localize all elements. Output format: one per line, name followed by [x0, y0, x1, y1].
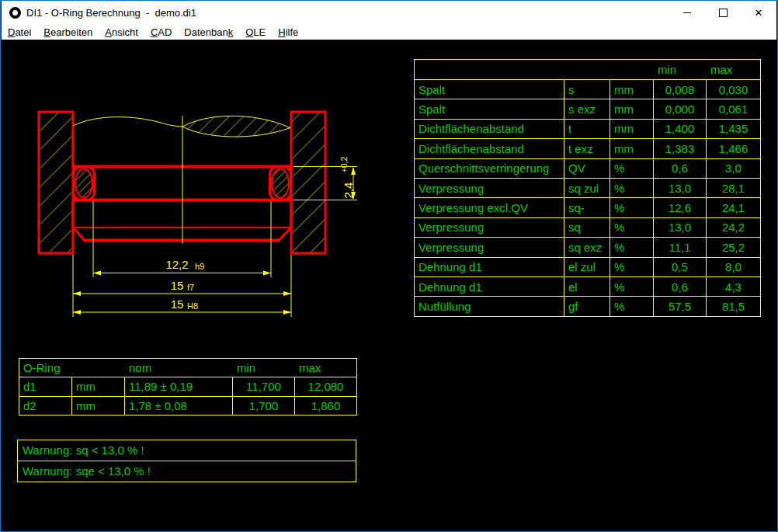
svg-text:12,2: 12,2 — [165, 258, 188, 271]
close-icon: ✕ — [755, 8, 763, 18]
app-window: DI1 - O-Ring Berechnung - demo.di1 ✕ Dat… — [0, 0, 778, 532]
table-row: Spaltsmm0,0080,030 — [415, 79, 760, 99]
svg-text:15: 15 — [171, 297, 184, 311]
oring-header-nom: nom — [125, 359, 233, 377]
table-row: Verpressungsq zul%13,028,1 — [415, 178, 760, 197]
table-row: Dichtflächenabstandt exzmm1,3831,466 — [415, 138, 760, 158]
oring-top-section — [182, 116, 290, 137]
close-button[interactable]: ✕ — [741, 1, 776, 24]
svg-text:+0,2: +0,2 — [339, 156, 349, 172]
table-row: Dehnung d1el zul%0,58,0 — [415, 257, 760, 276]
dimension-bore-dia: 15 H8 — [73, 297, 291, 315]
oring-top-curve — [73, 117, 182, 127]
oring-header-min: min — [233, 359, 295, 377]
maximize-button[interactable] — [705, 1, 741, 24]
menu-item-bearbeiten[interactable]: Bearbeiten — [37, 26, 99, 39]
minimize-button[interactable] — [669, 1, 705, 24]
table-row: Verpressung excl.QVsq-%12,624,1 — [415, 197, 760, 217]
client-area: 2,4 +0,2 12,2 h9 15 f7 — [2, 40, 776, 530]
oring-header-title: O-Ring — [19, 359, 125, 377]
menu-bar: Datei Bearbeiten Ansicht CAD Datenbank O… — [2, 24, 776, 40]
svg-text:f7: f7 — [187, 283, 194, 292]
warning-message-sqe: Warnung: sqe < 13,0 % ! — [18, 461, 356, 482]
svg-text:h9: h9 — [195, 262, 204, 271]
bore-wall-right — [291, 112, 325, 253]
minimize-icon — [683, 12, 691, 13]
results-header-row: min max — [415, 60, 760, 79]
table-row: Dehnung d1el%0,64,3 — [415, 276, 760, 296]
oring-header-max: max — [295, 359, 356, 377]
menu-item-datenbank[interactable]: Datenbank — [178, 26, 239, 39]
svg-text:2,4: 2,4 — [342, 183, 355, 199]
table-row: Verpressungsq%13,024,2 — [415, 217, 760, 237]
table-row: d1mm11,89 ± 0,1911,70012,080 — [19, 377, 356, 396]
table-row: Nutfüllunggf%57,581,5 — [415, 296, 760, 315]
warning-box: Warnung: sq < 13,0 % ! Warnung: sqe < 13… — [17, 440, 356, 482]
svg-text:15: 15 — [171, 279, 184, 292]
results-header-max: max — [707, 60, 760, 79]
table-row: Spalts exzmm0,0000,061 — [415, 99, 760, 118]
oring-table: O-Ring nom min max d1mm11,89 ± 0,1911,70… — [19, 358, 357, 416]
bore-wall-left — [39, 112, 73, 253]
title-bar: DI1 - O-Ring Berechnung - demo.di1 ✕ — [2, 1, 776, 24]
menu-item-ole[interactable]: OLE — [239, 26, 272, 39]
window-title: DI1 - O-Ring Berechnung - demo.di1 — [26, 7, 196, 19]
oring-section-left — [75, 169, 92, 198]
menu-item-ansicht[interactable]: Ansicht — [99, 26, 144, 39]
results-header-min: min — [654, 60, 707, 79]
dimension-shaft-dia: 15 f7 — [73, 279, 291, 296]
table-row: Verpressungsq exz%11,125,2 — [415, 237, 760, 256]
warning-message-sq: Warnung: sq < 13,0 % ! — [18, 440, 356, 461]
window-controls: ✕ — [669, 1, 776, 24]
menu-item-datei[interactable]: Datei — [2, 26, 37, 39]
table-row: QuerschnittsverringerungQV%0,63,0 — [415, 158, 760, 178]
svg-text:H8: H8 — [187, 301, 198, 311]
menu-item-cad[interactable]: CAD — [144, 26, 178, 39]
table-row: Dichtflächenabstandtmm1,4001,435 — [415, 119, 760, 138]
menu-item-hilfe[interactable]: Hilfe — [272, 26, 304, 39]
maximize-icon — [719, 9, 728, 17]
oring-header-row: O-Ring nom min max — [19, 359, 356, 377]
table-row: d2mm1,78 ± 0,081,7001,860 — [19, 396, 356, 416]
results-table: min max Spaltsmm0,0080,030 Spalts exzmm0… — [414, 59, 761, 317]
cad-drawing: 2,4 +0,2 12,2 h9 15 f7 — [2, 40, 390, 335]
app-icon-oring — [9, 7, 21, 19]
oring-section-right — [272, 169, 289, 198]
